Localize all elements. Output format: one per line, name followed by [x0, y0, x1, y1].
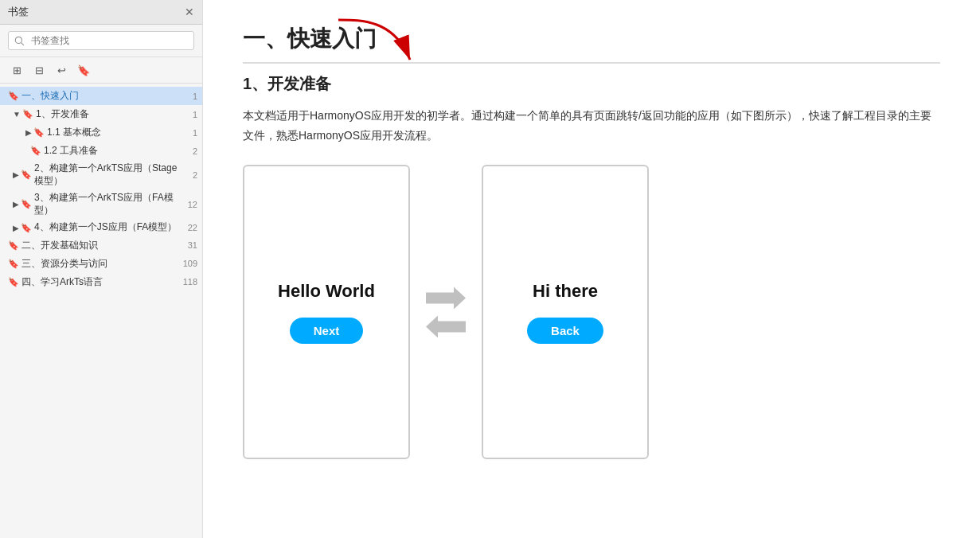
back-button[interactable]: ↩: [53, 61, 70, 79]
tree-label-1: 一、快速入门: [21, 89, 79, 103]
arrow-icon-5: ▶: [13, 170, 19, 179]
sidebar: 书签 ✕ ⊞ ⊟ ↩ 🔖 🔖 一、快速入门 1 ▼ 🔖 1、开发准备 1 ▶: [0, 0, 203, 538]
page-num-6: 12: [182, 200, 197, 209]
bookmark-icon-5: 🔖: [21, 170, 32, 180]
bookmark-icon-8: 🔖: [8, 240, 19, 251]
bookmark-button[interactable]: 🔖: [75, 61, 92, 79]
tree-item-1[interactable]: 🔖 一、快速入门 1: [0, 87, 202, 105]
tree-item-7[interactable]: ▶ 🔖 4、构建第一个JS应用（FA模型） 22: [0, 219, 202, 236]
phone-mockup-1: Hello World Next: [243, 165, 410, 459]
page-num-10: 118: [182, 277, 197, 287]
page-num-4: 2: [182, 146, 197, 156]
expand-all-button[interactable]: ⊞: [8, 61, 25, 79]
tree-label-7: 4、构建第一个JS应用（FA模型）: [34, 221, 182, 234]
arrow-icon-3: ▶: [25, 128, 32, 137]
bookmark-icon-6: 🔖: [21, 199, 32, 209]
tree-item-6[interactable]: ▶ 🔖 3、构建第一个ArkTS应用（FA模型） 12: [0, 189, 202, 219]
tree-item-2[interactable]: ▼ 🔖 1、开发准备 1: [0, 105, 202, 123]
arrow-icon-7: ▶: [13, 224, 19, 232]
sidebar-title: 书签: [8, 5, 29, 19]
tree-label-4: 1.2 工具准备: [44, 144, 98, 158]
page-num-8: 31: [182, 240, 197, 250]
phone-mockup-2: Hi there Back: [482, 165, 649, 459]
bookmark-icon-10: 🔖: [8, 277, 19, 287]
main-content: 一、快速入门 1、开发准备 本文档适用于HarmonyOS应用开发的初学者。通过…: [203, 0, 980, 538]
sidebar-tree: 🔖 一、快速入门 1 ▼ 🔖 1、开发准备 1 ▶ 🔖 1.1 基本概念 1 🔖…: [0, 84, 202, 538]
next-button[interactable]: Next: [290, 318, 364, 344]
close-icon[interactable]: ✕: [185, 6, 194, 18]
page-num-5: 2: [182, 170, 197, 180]
arrow-left-icon: [426, 315, 466, 337]
page-num-3: 1: [182, 128, 197, 138]
arrow-icon-6: ▶: [13, 200, 19, 209]
collapse-all-button[interactable]: ⊟: [30, 61, 48, 79]
tree-label-8: 二、开发基础知识: [21, 239, 98, 252]
tree-label-6: 3、构建第一个ArkTS应用（FA模型）: [34, 192, 182, 216]
tree-label-2: 1、开发准备: [36, 107, 89, 121]
tree-label-9: 三、资源分类与访问: [21, 257, 107, 271]
page-num-1: 1: [182, 92, 197, 101]
bookmark-icon-2: 🔖: [22, 109, 33, 119]
bookmark-icon-1: 🔖: [8, 91, 19, 101]
tree-item-5[interactable]: ▶ 🔖 2、构建第一个ArkTS应用（Stage模型） 2: [0, 160, 202, 189]
tree-item-3[interactable]: ▶ 🔖 1.1 基本概念 1: [0, 123, 202, 142]
navigation-arrows: [426, 287, 466, 337]
arrow-icon-2: ▼: [13, 110, 21, 119]
bookmark-icon-7: 🔖: [21, 223, 32, 233]
tree-item-8[interactable]: 🔖 二、开发基础知识 31: [0, 236, 202, 255]
sidebar-search-container: [0, 25, 202, 57]
description: 本文档适用于HarmonyOS应用开发的初学者。通过构建一个简单的具有页面跳转/…: [243, 106, 940, 146]
page-num-7: 22: [182, 223, 197, 232]
tree-item-9[interactable]: 🔖 三、资源分类与访问 109: [0, 255, 202, 273]
bookmark-icon-9: 🔖: [8, 259, 19, 269]
section-title: 一、快速入门: [243, 24, 940, 64]
tree-label-5: 2、构建第一个ArkTS应用（Stage模型）: [34, 162, 182, 187]
sidebar-toolbar: ⊞ ⊟ ↩ 🔖: [0, 57, 202, 84]
bookmark-icon-4: 🔖: [30, 146, 41, 156]
back-button[interactable]: Back: [527, 318, 603, 344]
search-input[interactable]: [8, 31, 194, 50]
tree-item-4[interactable]: 🔖 1.2 工具准备 2: [0, 142, 202, 160]
phone2-text: Hi there: [533, 281, 598, 302]
tree-label-3: 1.1 基本概念: [47, 126, 101, 139]
sub-title: 1、开发准备: [243, 73, 940, 95]
tree-item-10[interactable]: 🔖 四、学习ArkTs语言 118: [0, 273, 202, 291]
page-num-2: 1: [182, 110, 197, 119]
tree-label-10: 四、学习ArkTs语言: [21, 275, 103, 289]
phone1-text: Hello World: [278, 281, 375, 302]
sidebar-header: 书签 ✕: [0, 0, 202, 25]
page-num-9: 109: [182, 259, 197, 268]
arrow-right-icon: [426, 287, 466, 309]
demo-container: Hello World Next Hi there Back: [243, 165, 940, 459]
bookmark-icon-3: 🔖: [33, 127, 45, 138]
